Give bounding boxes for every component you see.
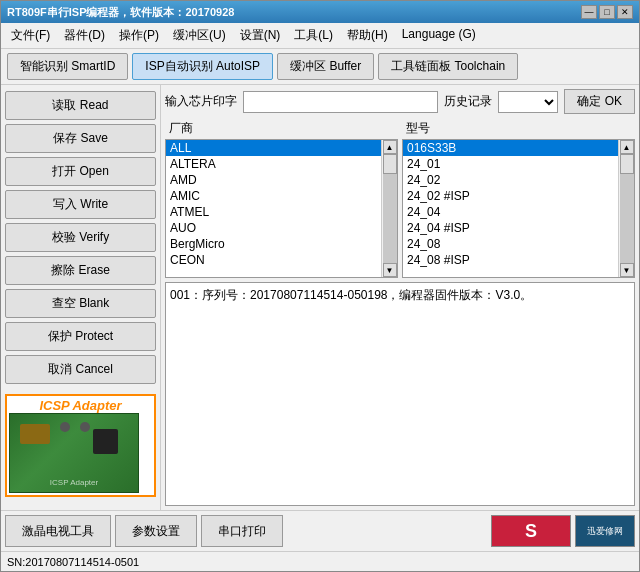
chip-input-field[interactable] <box>243 91 438 113</box>
brand-logo: S <box>491 515 571 547</box>
chip-component <box>93 429 118 454</box>
history-label: 历史记录 <box>444 93 492 110</box>
log-text: 001：序列号：20170807114514-050198，编程器固件版本：V3… <box>170 288 532 302</box>
menu-bar: 文件(F) 器件(D) 操作(P) 缓冲区(U) 设置(N) 工具(L) 帮助(… <box>1 23 639 49</box>
window-title: RT809F串行ISP编程器，软件版本：20170928 <box>7 5 234 20</box>
title-bar: RT809F串行ISP编程器，软件版本：20170928 — □ ✕ <box>1 1 639 23</box>
toolchain-button[interactable]: 工具链面板 Toolchain <box>378 53 518 80</box>
menu-settings[interactable]: 设置(N) <box>234 25 287 46</box>
list-item[interactable]: ALTERA <box>166 156 381 172</box>
history-select[interactable] <box>498 91 558 113</box>
window-controls: — □ ✕ <box>581 5 633 19</box>
list-item[interactable]: 24_01 <box>403 156 618 172</box>
model-header: 型号 <box>402 118 635 139</box>
menu-language[interactable]: Language (G) <box>396 25 482 46</box>
left-panel: 读取 Read 保存 Save 打开 Open 写入 Write 校验 Veri… <box>1 85 161 510</box>
ok-button[interactable]: 确定 OK <box>564 89 635 114</box>
main-window: RT809F串行ISP编程器，软件版本：20170928 — □ ✕ 文件(F)… <box>0 0 640 572</box>
erase-button[interactable]: 擦除 Erase <box>5 256 156 285</box>
vendor-list-section: 厂商 ALL ALTERA AMD AMIC ATMEL AUO BergMic… <box>165 118 398 278</box>
menu-file[interactable]: 文件(F) <box>5 25 56 46</box>
list-item[interactable]: 24_08 <box>403 236 618 252</box>
vendor-list[interactable]: ALL ALTERA AMD AMIC ATMEL AUO BergMicro … <box>166 140 381 277</box>
vendor-header: 厂商 <box>165 118 398 139</box>
scroll-down-arrow[interactable]: ▼ <box>383 263 397 277</box>
read-button[interactable]: 读取 Read <box>5 91 156 120</box>
scroll-track[interactable] <box>383 154 397 263</box>
list-item[interactable]: 24_08 #ISP <box>403 252 618 268</box>
main-toolbar: 智能识别 SmartID ISP自动识别 AutoISP 缓冲区 Buffer … <box>1 49 639 85</box>
icsp-image-panel: ICSP Adapter <box>5 394 156 497</box>
menu-device[interactable]: 器件(D) <box>58 25 111 46</box>
protect-button[interactable]: 保护 Protect <box>5 322 156 351</box>
scroll-thumb[interactable] <box>620 154 634 174</box>
buffer-button[interactable]: 缓冲区 Buffer <box>277 53 374 80</box>
chip-input-row: 输入芯片印字 历史记录 确定 OK <box>165 89 635 114</box>
maximize-button[interactable]: □ <box>599 5 615 19</box>
list-item[interactable]: ATMEL <box>166 204 381 220</box>
list-item[interactable]: AMD <box>166 172 381 188</box>
scroll-thumb[interactable] <box>383 154 397 174</box>
param-settings-button[interactable]: 参数设置 <box>115 515 197 547</box>
status-text: SN:20170807114514-0501 <box>7 556 139 568</box>
list-item[interactable]: BergMicro <box>166 236 381 252</box>
list-item[interactable]: 24_04 <box>403 204 618 220</box>
scroll-down-arrow[interactable]: ▼ <box>620 263 634 277</box>
main-content: 读取 Read 保存 Save 打开 Open 写入 Write 校验 Veri… <box>1 85 639 510</box>
list-item[interactable]: ALL <box>166 140 381 156</box>
right-panel: 输入芯片印字 历史记录 确定 OK 厂商 ALL ALTERA AMD <box>161 85 639 510</box>
menu-tools[interactable]: 工具(L) <box>288 25 339 46</box>
chip-input-label: 输入芯片印字 <box>165 93 237 110</box>
write-button[interactable]: 写入 Write <box>5 190 156 219</box>
list-item[interactable]: 24_02 #ISP <box>403 188 618 204</box>
smartid-button[interactable]: 智能识别 SmartID <box>7 53 128 80</box>
bottom-toolbar: 激晶电视工具 参数设置 串口打印 S 迅爱修网 <box>1 510 639 551</box>
serial-print-button[interactable]: 串口打印 <box>201 515 283 547</box>
cancel-button[interactable]: 取消 Cancel <box>5 355 156 384</box>
icsp-board-image <box>9 413 139 493</box>
vendor-scrollbar[interactable]: ▲ ▼ <box>381 140 397 277</box>
capacitor-2 <box>80 422 90 432</box>
scroll-track[interactable] <box>620 154 634 263</box>
model-list-section: 型号 016S33B 24_01 24_02 24_02 #ISP 24_04 … <box>402 118 635 278</box>
model-scrollbar[interactable]: ▲ ▼ <box>618 140 634 277</box>
list-item[interactable]: CEON <box>166 252 381 268</box>
blank-button[interactable]: 查空 Blank <box>5 289 156 318</box>
scroll-up-arrow[interactable]: ▲ <box>383 140 397 154</box>
list-item[interactable]: 016S33B <box>403 140 618 156</box>
menu-operation[interactable]: 操作(P) <box>113 25 165 46</box>
save-button[interactable]: 保存 Save <box>5 124 156 153</box>
list-item[interactable]: 24_04 #ISP <box>403 220 618 236</box>
verify-button[interactable]: 校验 Verify <box>5 223 156 252</box>
chip-lists-row: 厂商 ALL ALTERA AMD AMIC ATMEL AUO BergMic… <box>165 118 635 278</box>
status-bar: SN:20170807114514-0501 <box>1 551 639 571</box>
scroll-up-arrow[interactable]: ▲ <box>620 140 634 154</box>
brand-logo-2: 迅爱修网 <box>575 515 635 547</box>
close-button[interactable]: ✕ <box>617 5 633 19</box>
lcd-tv-tools-button[interactable]: 激晶电视工具 <box>5 515 111 547</box>
open-button[interactable]: 打开 Open <box>5 157 156 186</box>
capacitor-1 <box>60 422 70 432</box>
menu-buffer[interactable]: 缓冲区(U) <box>167 25 232 46</box>
list-item[interactable]: 24_02 <box>403 172 618 188</box>
menu-help[interactable]: 帮助(H) <box>341 25 394 46</box>
log-area[interactable]: 001：序列号：20170807114514-050198，编程器固件版本：V3… <box>165 282 635 506</box>
model-list[interactable]: 016S33B 24_01 24_02 24_02 #ISP 24_04 24_… <box>403 140 618 277</box>
minimize-button[interactable]: — <box>581 5 597 19</box>
list-item[interactable]: AMIC <box>166 188 381 204</box>
list-item[interactable]: AUO <box>166 220 381 236</box>
autoisp-button[interactable]: ISP自动识别 AutoISP <box>132 53 273 80</box>
icsp-title: ICSP Adapter <box>9 398 152 413</box>
